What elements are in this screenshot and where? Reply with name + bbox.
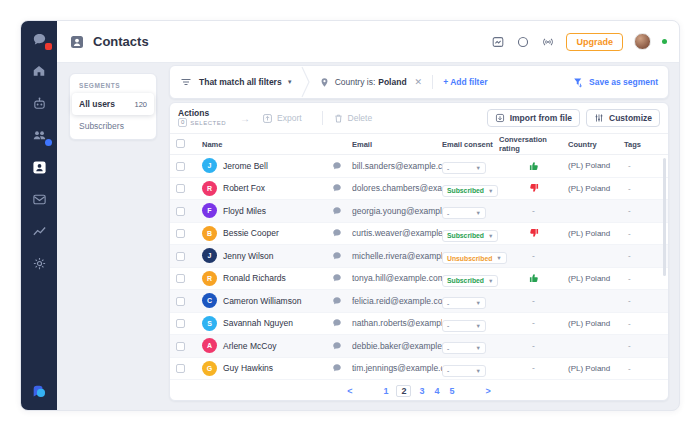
- chat-bubble-icon[interactable]: [332, 318, 342, 328]
- row-checkbox[interactable]: [176, 162, 185, 171]
- previous-page-button[interactable]: <: [347, 386, 352, 396]
- row-checkbox[interactable]: [176, 274, 185, 283]
- livechat-logo[interactable]: [31, 384, 47, 400]
- apps-card-icon[interactable]: [491, 35, 505, 49]
- sidebar-item-chatbot[interactable]: [31, 95, 47, 111]
- row-checkbox[interactable]: [176, 184, 185, 193]
- chat-bubble-icon[interactable]: [332, 296, 342, 306]
- user-avatar[interactable]: [634, 33, 651, 50]
- row-checkbox[interactable]: [176, 297, 185, 306]
- table-row[interactable]: G Guy Hawkins tim.jennings@example.com -…: [170, 358, 668, 381]
- table-row[interactable]: C Cameron Williamson felicia.reid@exampl…: [170, 290, 668, 313]
- sidebar-item-chats[interactable]: [31, 31, 47, 47]
- table-row[interactable]: A Arlene McCoy debbie.baker@example.com …: [170, 335, 668, 358]
- select-all-checkbox[interactable]: [176, 139, 185, 148]
- broadcast-icon[interactable]: [541, 35, 555, 49]
- email-consent-dropdown[interactable]: - ▼: [442, 320, 486, 332]
- table-row[interactable]: B Bessie Cooper curtis.weaver@example.co…: [170, 223, 668, 246]
- upgrade-button[interactable]: Upgrade: [566, 33, 623, 51]
- chat-bubble-icon[interactable]: [332, 273, 342, 283]
- filter-chip-value[interactable]: Poland: [378, 77, 406, 87]
- table-row[interactable]: R Robert Fox dolores.chambers@example.co…: [170, 178, 668, 201]
- row-checkbox[interactable]: [176, 319, 185, 328]
- remove-filter-icon[interactable]: ✕: [415, 77, 423, 87]
- row-checkbox[interactable]: [176, 252, 185, 261]
- chevron-down-icon: ▼: [476, 323, 481, 329]
- column-header-tags[interactable]: Tags: [624, 140, 662, 149]
- sidebar-item-settings[interactable]: [31, 255, 47, 271]
- page-button-2[interactable]: 2: [396, 385, 411, 397]
- row-checkbox[interactable]: [176, 207, 185, 216]
- sidebar-item-contacts[interactable]: [31, 159, 47, 175]
- sidebar-item-team[interactable]: [31, 127, 47, 143]
- sidebar-item-reports[interactable]: [31, 223, 47, 239]
- status-circle-icon[interactable]: [516, 35, 530, 49]
- contact-tags: -: [624, 229, 662, 238]
- email-consent-dropdown[interactable]: Unsubscribed ▼: [442, 252, 507, 264]
- table-row[interactable]: R Ronald Richards tonya.hill@example.com…: [170, 268, 668, 291]
- conversation-rating: -: [499, 206, 568, 216]
- export-button[interactable]: Export: [262, 113, 302, 124]
- row-checkbox[interactable]: [176, 364, 185, 373]
- table-row[interactable]: J Jenny Wilson michelle.rivera@example.c…: [170, 245, 668, 268]
- chevron-down-icon[interactable]: ▼: [287, 79, 293, 85]
- column-header-email[interactable]: Email: [352, 140, 442, 149]
- segment-subscribers[interactable]: Subscribers: [72, 115, 154, 137]
- chat-bubble-icon[interactable]: [332, 161, 342, 171]
- chat-bubble-icon[interactable]: [332, 363, 342, 373]
- table-row[interactable]: S Savannah Nguyen nathan.roberts@example…: [170, 313, 668, 336]
- row-checkbox[interactable]: [176, 229, 185, 238]
- add-filter-button[interactable]: + Add filter: [443, 77, 487, 87]
- filter-match-dropdown[interactable]: That match all filters: [199, 77, 282, 87]
- chat-bubble-icon[interactable]: [332, 251, 342, 261]
- conversation-rating: -: [499, 341, 568, 351]
- email-consent-dropdown[interactable]: - ▼: [442, 342, 486, 354]
- actions-bar: Actions 0 SELECTED → Export Delete: [170, 103, 668, 133]
- rating-empty: -: [532, 341, 535, 351]
- email-consent-dropdown[interactable]: - ▼: [442, 207, 486, 219]
- column-header-conversation-rating[interactable]: Conversation rating: [499, 135, 568, 153]
- contact-avatar: S: [202, 316, 217, 331]
- email-consent-dropdown[interactable]: Subscribed ▼: [442, 275, 498, 287]
- email-consent-dropdown[interactable]: - ▼: [442, 162, 486, 174]
- sidebar-item-home[interactable]: [31, 63, 47, 79]
- contact-avatar: F: [202, 203, 217, 218]
- row-checkbox[interactable]: [176, 342, 185, 351]
- rating-empty: -: [532, 251, 535, 261]
- chat-bubble-icon[interactable]: [332, 341, 342, 351]
- customize-button[interactable]: Customize: [586, 109, 660, 127]
- contact-email: dolores.chambers@example.com: [352, 183, 442, 193]
- email-consent-dropdown[interactable]: Subscribed ▼: [442, 230, 498, 242]
- save-as-segment-button[interactable]: Save as segment: [573, 77, 658, 88]
- email-consent-dropdown[interactable]: Subscribed ▼: [442, 185, 498, 197]
- contact-email: georgia.young@example.com: [352, 206, 442, 216]
- column-header-name[interactable]: Name: [202, 140, 352, 149]
- chat-bubble-icon[interactable]: [332, 183, 342, 193]
- contact-avatar: R: [202, 181, 217, 196]
- table-row[interactable]: F Floyd Miles georgia.young@example.com …: [170, 200, 668, 223]
- sidebar-item-campaigns[interactable]: [31, 191, 47, 207]
- email-consent-dropdown[interactable]: - ▼: [442, 297, 486, 309]
- conversation-rating: [499, 228, 568, 238]
- page-button-4[interactable]: 4: [433, 386, 442, 396]
- segment-all-users[interactable]: All users 120: [72, 93, 154, 115]
- page-button-3[interactable]: 3: [417, 386, 426, 396]
- chevron-down-icon: ▼: [476, 165, 481, 171]
- column-header-email-consent[interactable]: Email consent: [442, 140, 499, 149]
- rating-empty: -: [532, 206, 535, 216]
- segments-panel: SEGMENTS All users 120 Subscribers: [69, 73, 157, 140]
- chat-bubble-icon[interactable]: [332, 228, 342, 238]
- delete-button[interactable]: Delete: [333, 113, 373, 124]
- email-consent-dropdown[interactable]: - ▼: [442, 365, 486, 377]
- chat-bubble-icon[interactable]: [332, 206, 342, 216]
- import-from-file-button[interactable]: Import from file: [487, 109, 580, 127]
- page-button-1[interactable]: 1: [381, 386, 390, 396]
- segment-label: All users: [79, 99, 115, 109]
- table-row[interactable]: J Jerome Bell bill.sanders@example.com -…: [170, 155, 668, 178]
- column-header-country[interactable]: Country: [568, 140, 624, 149]
- page-button-5[interactable]: 5: [448, 386, 457, 396]
- email-consent-value: -: [447, 345, 449, 352]
- export-label: Export: [277, 113, 302, 123]
- scrollbar-thumb[interactable]: [663, 158, 666, 276]
- next-page-button[interactable]: >: [486, 386, 491, 396]
